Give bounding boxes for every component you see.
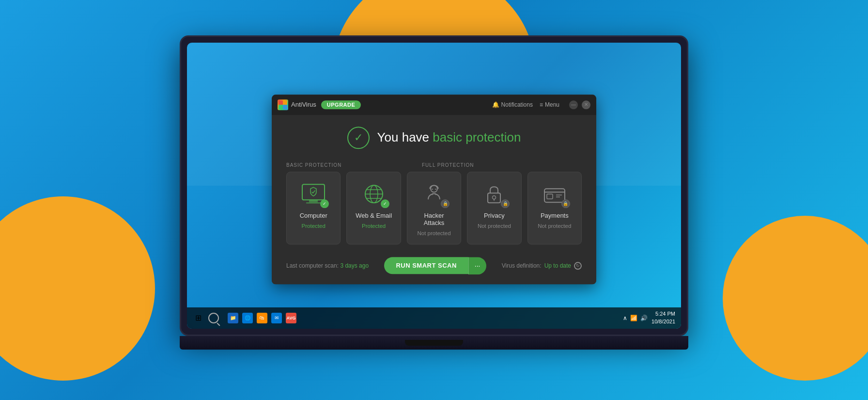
computer-card-name: Computer [300,212,327,219]
taskbar-app-explorer[interactable]: 📁 [228,313,238,323]
svg-rect-17 [488,193,500,203]
web-email-status-badge: ✓ [381,199,389,208]
card-hacker-attacks[interactable]: 🔒 Hacker Attacks Not protected [407,172,461,244]
virus-definition: Virus definition: Up to date ↻ [502,262,582,270]
taskbar-wifi-icon[interactable]: 📶 [630,315,637,321]
web-email-card-name: Web & Email [356,212,392,219]
cards-row: ✓ Computer Protected [286,172,582,244]
upgrade-button[interactable]: UPGRADE [321,100,361,109]
last-scan-value: 3 days ago [340,262,369,269]
section-labels: BASIC PROTECTION FULL PROTECTION [286,162,582,168]
taskbar-start: ⊞ 📁 🌐 🛍 ✉ AVG [193,313,296,323]
app-title: AntiVirus [291,101,316,108]
payments-icon-wrap: 🔒 [539,181,570,208]
taskbar-app-edge[interactable]: 🌐 [242,313,253,323]
privacy-icon-wrap: 🔒 [479,181,510,208]
virus-def-value: Up to date [544,262,571,269]
protection-sections: BASIC PROTECTION FULL PROTECTION [286,162,582,244]
hacker-card-status: Not protected [417,230,450,236]
check-icon: ✓ [354,131,363,144]
payments-card-status: Not protected [538,223,571,229]
taskbar-system-icons: ∧ 📶 🔊 [623,315,648,321]
taskbar-app-mail[interactable]: ✉ [271,313,282,323]
menu-button[interactable]: ≡ Menu [540,101,559,108]
close-button[interactable]: ✕ [582,100,590,109]
privacy-card-name: Privacy [484,212,505,219]
svg-rect-22 [547,194,553,199]
basic-section-label: BASIC PROTECTION [286,162,422,168]
taskbar: ⊞ 📁 🌐 🛍 ✉ AVG ∧ 📶 🔊 [187,307,681,329]
web-email-icon-wrap: ✓ [358,181,389,208]
laptop-notch [405,340,463,346]
privacy-card-status: Not protected [478,223,511,229]
protection-header: ✓ You have basic protection [286,127,582,149]
app-content: ✓ You have basic protection BASIC PROTEC… [272,115,596,284]
payments-status-badge: 🔒 [561,199,570,208]
svg-rect-20 [544,189,565,202]
svg-point-12 [431,185,437,192]
title-bar-right: 🔔 Notifications ≡ Menu — ✕ [492,100,590,109]
bell-icon: 🔔 [492,101,499,108]
computer-icon-wrap: ✓ [298,181,329,208]
hacker-card-name: Hacker Attacks [413,212,455,226]
run-smart-scan-button[interactable]: RUN SMART SCAN [384,257,468,274]
menu-icon: ≡ [540,101,543,108]
payments-card-name: Payments [541,212,569,219]
refresh-icon[interactable]: ↻ [574,262,582,270]
taskbar-volume-icon[interactable]: 🔊 [640,315,648,321]
svg-rect-2 [279,105,283,109]
title-bar: AntiVirus UPGRADE 🔔 Notifications ≡ Menu [272,95,596,115]
hacker-icon-wrap: 🔒 [418,181,450,208]
card-computer[interactable]: ✓ Computer Protected [286,172,341,244]
avg-logo-icon [278,99,288,110]
web-email-card-status: Protected [362,223,386,229]
app-footer: Last computer scan: 3 days ago RUN SMART… [286,254,582,274]
protection-title: You have basic protection [377,130,521,145]
card-payments[interactable]: 🔒 Payments Not protected [527,172,582,244]
svg-rect-1 [283,100,287,105]
taskbar-app-avg[interactable]: AVG [286,313,296,323]
taskbar-search-button[interactable] [208,313,219,323]
scan-button-group: RUN SMART SCAN ··· [384,257,486,274]
taskbar-app-store[interactable]: 🛍 [257,313,267,323]
svg-rect-6 [306,202,321,204]
taskbar-clock[interactable]: 5:24 PM 10/8/2021 [651,310,675,325]
app-logo: AntiVirus [278,99,316,110]
last-scan: Last computer scan: 3 days ago [286,262,369,269]
taskbar-right: ∧ 📶 🔊 5:24 PM 10/8/2021 [623,310,675,325]
svg-rect-0 [279,100,283,105]
computer-status-badge: ✓ [320,199,329,208]
laptop-base [180,336,688,350]
svg-rect-5 [309,200,318,202]
svg-point-18 [493,195,496,199]
laptop-screen: AntiVirus UPGRADE 🔔 Notifications ≡ Menu [187,43,681,329]
laptop: AntiVirus UPGRADE 🔔 Notifications ≡ Menu [180,35,688,365]
screen-bezel: AntiVirus UPGRADE 🔔 Notifications ≡ Menu [180,35,688,336]
taskbar-apps: 📁 🌐 🛍 ✉ AVG [228,313,296,323]
computer-card-status: Protected [302,223,326,229]
hacker-status-badge: 🔒 [441,199,450,208]
check-circle: ✓ [347,127,370,149]
privacy-status-badge: 🔒 [501,199,510,208]
minimize-button[interactable]: — [569,100,578,109]
notifications-button[interactable]: 🔔 Notifications [492,101,533,108]
svg-rect-3 [283,105,287,109]
card-privacy[interactable]: 🔒 Privacy Not protected [467,172,521,244]
app-window: AntiVirus UPGRADE 🔔 Notifications ≡ Menu [272,95,596,284]
card-web-email[interactable]: ✓ Web & Email Protected [346,172,401,244]
scan-more-button[interactable]: ··· [468,257,486,274]
full-section-label: FULL PROTECTION [422,162,582,168]
window-controls: — ✕ [569,100,590,109]
windows-start-button[interactable]: ⊞ [193,313,203,323]
taskbar-chevron-icon[interactable]: ∧ [623,315,627,321]
